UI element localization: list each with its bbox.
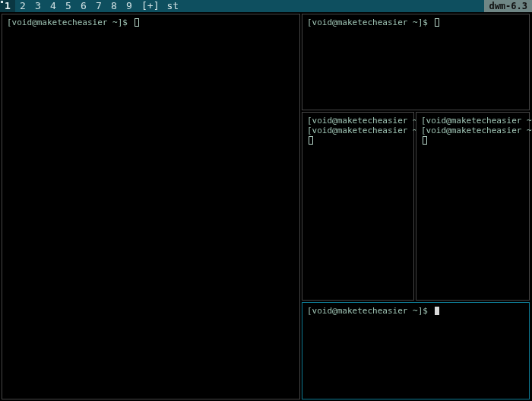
prompt-line: [void@maketecheasier ~]$ [7,18,295,27]
prompt-text: [void@maketecheasier ~]$ [307,116,428,126]
status-text: dwm-6.3 [484,0,532,12]
terminal-master[interactable]: [void@maketecheasier ~]$ [2,14,300,399]
tag-3-label: 3 [35,0,41,11]
prompt-text: [void@maketecheasier ~]$ [7,18,128,27]
workspace: [void@maketecheasier ~]$ [void@maketeche… [0,12,532,401]
tag-5-label: 5 [65,0,71,11]
terminal-stack-2[interactable]: [void@maketecheasier ~]$ [void@maketeche… [302,112,414,301]
prompt-line: [void@maketecheasier ~]$ [421,116,524,126]
status-bar: 1 2 3 4 5 6 7 8 9 [+] st dwm-6.3 [0,0,532,12]
prompt-text: [void@maketecheasier ~]$ [307,18,428,27]
prompt-line: [void@maketecheasier ~]$ [421,126,524,135]
tag-7[interactable]: 7 [91,0,106,12]
prompt-line: [void@maketecheasier ~]$ [307,306,524,316]
tag-6-label: 6 [81,0,87,11]
terminal-stack-4-focused[interactable]: [void@maketecheasier ~]$ [302,302,530,399]
tag-4-label: 4 [50,0,56,11]
tag-9[interactable]: 9 [122,0,137,12]
tag-6[interactable]: 6 [76,0,91,12]
window-title: st [163,0,484,12]
tag-1-label: 1 [5,0,11,11]
tag-8[interactable]: 8 [106,0,122,12]
tag-9-label: 9 [126,0,132,11]
cursor-icon [435,307,439,315]
tag-list: 1 2 3 4 5 6 7 8 9 [0,0,137,12]
tag-4[interactable]: 4 [46,0,61,12]
tag-2[interactable]: 2 [15,0,30,12]
tag-5[interactable]: 5 [61,0,76,12]
tag-3[interactable]: 3 [30,0,46,12]
layout-symbol[interactable]: [+] [137,0,163,12]
prompt-line: [void@maketecheasier ~]$ [307,116,409,126]
cursor-line [421,135,524,145]
prompt-text: [void@maketecheasier ~]$ [307,126,428,135]
tag-8-label: 8 [111,0,117,11]
cursor-line [307,135,409,145]
cursor-icon [423,136,427,145]
terminal-stack-3[interactable]: [void@maketecheasier ~]$ [void@maketeche… [416,112,530,301]
prompt-text: [void@maketecheasier ~]$ [421,126,532,135]
prompt-text: [void@maketecheasier ~]$ [307,306,428,316]
terminal-stack-1[interactable]: [void@maketecheasier ~]$ [302,14,530,110]
tag-2-label: 2 [20,0,26,11]
prompt-line: [void@maketecheasier ~]$ [307,18,524,27]
cursor-icon [309,136,313,145]
cursor-icon [135,18,139,27]
tag-1[interactable]: 1 [0,0,15,12]
cursor-icon [435,18,439,27]
prompt-line: [void@maketecheasier ~]$ [307,126,409,135]
tag-7-label: 7 [96,0,102,11]
prompt-text: [void@maketecheasier ~]$ [421,116,532,126]
